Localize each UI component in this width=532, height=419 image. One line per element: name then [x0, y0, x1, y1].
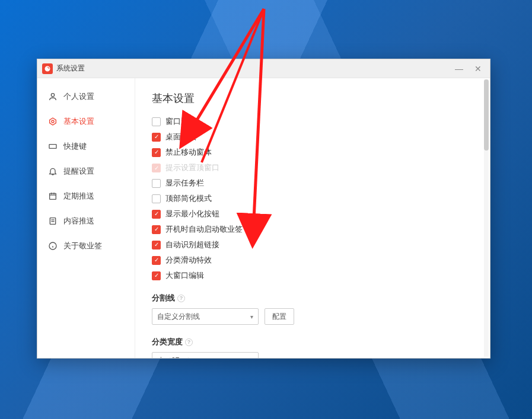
doc-icon — [48, 216, 58, 226]
checkbox-label: 窗口置顶 — [165, 116, 196, 127]
content-heading: 基本设置 — [152, 91, 473, 105]
titlebar: 系统设置 — ✕ — [37, 59, 490, 78]
checkbox-row: 自动识别超链接 — [152, 239, 473, 250]
divider-section-label: 分割线 ? — [152, 293, 473, 303]
sidebar-item-shortcuts[interactable]: 快捷键 — [37, 134, 135, 159]
content-panel: 基本设置 窗口置顶桌面嵌入禁止移动窗体提示设置顶窗口显示任务栏顶部简化模式显示最… — [135, 78, 490, 358]
keyboard-icon — [48, 142, 58, 151]
checkbox-row: 分类滑动特效 — [152, 255, 473, 266]
checkbox-row: 开机时自动启动敬业签 — [152, 224, 473, 235]
checkbox-row: 桌面嵌入 — [152, 132, 473, 142]
checkbox[interactable] — [152, 225, 161, 234]
checkbox-row: 顶部简化模式 — [152, 193, 473, 204]
person-icon — [48, 92, 58, 101]
sidebar-item-schedule[interactable]: 定期推送 — [37, 184, 135, 209]
info-icon — [48, 241, 58, 251]
help-icon[interactable]: ? — [177, 295, 185, 302]
checkbox-label: 提示设置顶窗口 — [165, 162, 219, 173]
checkbox-row: 大窗口编辑 — [152, 270, 473, 281]
checkbox[interactable] — [152, 117, 161, 126]
svg-point-2 — [52, 120, 54, 123]
sidebar-item-about[interactable]: 关于敬业签 — [37, 234, 135, 258]
checkbox-label: 开机时自动启动敬业签 — [165, 224, 243, 235]
divider-config-button[interactable]: 配置 — [265, 308, 294, 325]
checkbox — [152, 164, 161, 172]
checkbox-row: 提示设置顶窗口 — [152, 162, 473, 173]
checkbox[interactable] — [152, 271, 161, 280]
checkbox-label: 自动识别超链接 — [165, 239, 219, 250]
checkbox-label: 禁止移动窗体 — [165, 147, 212, 158]
checkbox-row: 显示最小化按钮 — [152, 209, 473, 219]
checkbox-row: 显示任务栏 — [152, 178, 473, 188]
sidebar-item-label: 关于敬业签 — [63, 241, 102, 251]
svg-marker-1 — [50, 118, 56, 125]
checkbox[interactable] — [152, 256, 161, 265]
settings-window: 系统设置 — ✕ 个人设置 基本设置 快捷键 提醒设置 — [37, 59, 490, 359]
checkbox-row: 窗口置顶 — [152, 116, 473, 127]
help-icon[interactable]: ? — [185, 338, 193, 346]
checkbox[interactable] — [152, 148, 161, 157]
sidebar-item-label: 定期推送 — [63, 191, 94, 201]
scrollbar-thumb[interactable] — [484, 79, 489, 151]
window-body: 个人设置 基本设置 快捷键 提醒设置 定期推送 内容推送 — [37, 78, 490, 358]
sidebar-item-basic[interactable]: 基本设置 — [37, 109, 135, 134]
sidebar-item-personal[interactable]: 个人设置 — [37, 84, 135, 109]
window-controls: — ✕ — [454, 64, 485, 73]
checkbox[interactable] — [152, 133, 161, 142]
window-title: 系统设置 — [56, 63, 85, 73]
checkbox-label: 显示最小化按钮 — [165, 209, 219, 219]
checkbox-row: 禁止移动窗体 — [152, 147, 473, 158]
checkbox-label: 大窗口编辑 — [165, 270, 204, 281]
scrollbar-track[interactable] — [484, 79, 489, 357]
close-button[interactable]: ✕ — [473, 64, 483, 73]
caret-down-icon: ▾ — [250, 357, 253, 359]
caret-down-icon: ▾ — [250, 314, 253, 320]
sidebar-item-label: 快捷键 — [63, 141, 87, 152]
checkbox-label: 顶部简化模式 — [165, 193, 212, 204]
sidebar-item-label: 提醒设置 — [63, 166, 94, 177]
checkbox-label: 分类滑动特效 — [165, 255, 212, 266]
checkbox[interactable] — [152, 241, 161, 250]
checkbox[interactable] — [152, 194, 161, 203]
divider-select[interactable]: 自定义分割线 ▾ — [152, 308, 259, 325]
svg-rect-3 — [49, 145, 56, 149]
checkbox-label: 显示任务栏 — [165, 178, 204, 188]
sidebar: 个人设置 基本设置 快捷键 提醒设置 定期推送 内容推送 — [37, 78, 135, 358]
width-select[interactable]: 小（27px） ▾ — [152, 352, 259, 358]
svg-rect-7 — [50, 193, 56, 199]
app-icon — [42, 63, 53, 74]
sidebar-item-label: 个人设置 — [63, 91, 94, 102]
gear-hex-icon — [48, 117, 58, 126]
svg-point-0 — [51, 94, 54, 97]
calendar-icon — [48, 191, 58, 201]
sidebar-item-label: 内容推送 — [63, 216, 94, 226]
sidebar-item-reminder[interactable]: 提醒设置 — [37, 159, 135, 184]
minimize-button[interactable]: — — [454, 64, 464, 73]
checkbox[interactable] — [152, 179, 161, 188]
checkbox[interactable] — [152, 210, 161, 219]
checkbox-label: 桌面嵌入 — [165, 132, 196, 142]
width-section-label: 分类宽度 ? — [152, 337, 473, 347]
sidebar-item-content-push[interactable]: 内容推送 — [37, 209, 135, 234]
sidebar-item-label: 基本设置 — [63, 116, 94, 127]
bell-icon — [48, 167, 58, 176]
